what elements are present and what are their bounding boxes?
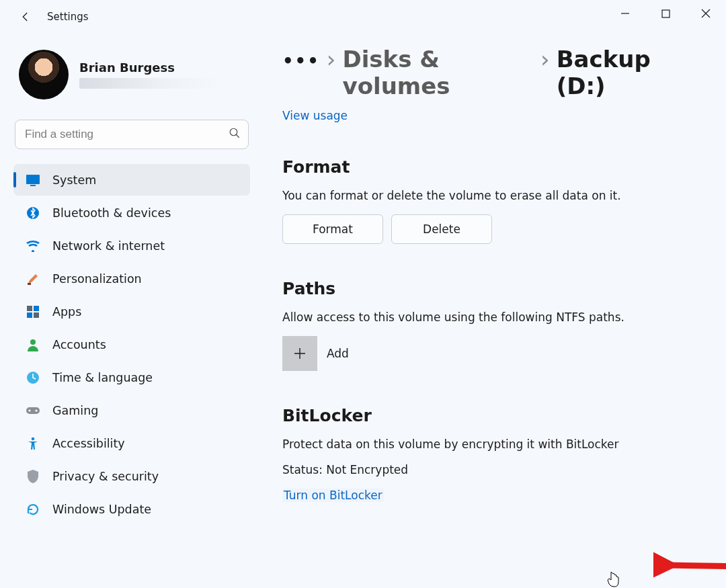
svg-point-15 xyxy=(32,437,35,440)
brush-icon xyxy=(26,271,40,286)
sidebar-item-system[interactable]: System xyxy=(13,164,250,196)
bitlocker-section: BitLocker Protect data on this volume by… xyxy=(282,406,692,502)
sidebar-item-label: Privacy & security xyxy=(52,470,159,483)
chevron-right-icon: › xyxy=(327,46,336,73)
apps-icon xyxy=(26,304,40,319)
svg-point-13 xyxy=(28,409,30,411)
format-section: Format You can format or delete the volu… xyxy=(282,157,692,244)
profile-email-redacted xyxy=(79,78,220,89)
search-icon xyxy=(229,127,241,142)
back-button[interactable] xyxy=(12,3,39,30)
bitlocker-description: Protect data on this volume by encryptin… xyxy=(282,437,692,451)
svg-rect-5 xyxy=(28,283,31,285)
svg-rect-0 xyxy=(662,10,670,17)
minimize-button[interactable] xyxy=(605,0,645,27)
sidebar-item-label: Accounts xyxy=(52,338,106,351)
bitlocker-status: Status: Not Encrypted xyxy=(282,463,692,476)
svg-rect-6 xyxy=(27,306,32,311)
sidebar-item-network[interactable]: Network & internet xyxy=(13,230,250,261)
svg-point-1 xyxy=(230,128,237,136)
sidebar-item-apps[interactable]: Apps xyxy=(13,296,250,327)
profile-name: Brian Burgess xyxy=(79,60,220,75)
sidebar-item-label: Windows Update xyxy=(52,503,151,516)
svg-rect-9 xyxy=(34,312,39,318)
wifi-icon xyxy=(26,239,40,253)
bitlocker-status-value: Not Encrypted xyxy=(326,463,408,476)
window-title: Settings xyxy=(47,11,89,23)
svg-line-16 xyxy=(667,565,726,569)
sidebar-item-label: Network & internet xyxy=(52,239,165,253)
bitlocker-heading: BitLocker xyxy=(282,406,692,425)
content-pane: ••• › Disks & volumes › Backup (D:) View… xyxy=(250,40,713,588)
paths-heading: Paths xyxy=(282,279,692,298)
paths-description: Allow access to this volume using the fo… xyxy=(282,310,692,324)
svg-point-14 xyxy=(35,409,37,411)
clock-icon xyxy=(26,370,40,385)
sidebar-item-update[interactable]: Windows Update xyxy=(13,493,250,525)
view-usage-link[interactable]: View usage xyxy=(282,109,348,122)
format-button[interactable]: Format xyxy=(282,214,383,244)
add-path-button[interactable] xyxy=(282,336,317,371)
bitlocker-status-label: Status: xyxy=(282,463,323,476)
sidebar-item-label: Gaming xyxy=(52,404,98,417)
close-button[interactable] xyxy=(686,0,726,27)
svg-rect-3 xyxy=(30,185,36,186)
svg-rect-8 xyxy=(27,312,32,318)
bluetooth-icon xyxy=(26,206,40,220)
search-box[interactable] xyxy=(15,120,249,149)
sidebar-item-label: System xyxy=(52,173,96,187)
avatar xyxy=(19,50,69,99)
sidebar-item-accessibility[interactable]: Accessibility xyxy=(13,427,250,459)
sidebar-item-gaming[interactable]: Gaming xyxy=(13,394,250,426)
paths-section: Paths Allow access to this volume using … xyxy=(282,279,692,371)
accessibility-icon xyxy=(26,436,40,451)
person-icon xyxy=(26,337,40,352)
breadcrumb-overflow[interactable]: ••• xyxy=(282,51,320,71)
format-description: You can format or delete the volume to e… xyxy=(282,189,692,202)
sidebar: Brian Burgess System xyxy=(13,40,250,588)
sidebar-item-label: Accessibility xyxy=(52,437,125,450)
sidebar-item-label: Apps xyxy=(52,305,81,319)
sidebar-item-label: Time & language xyxy=(52,371,153,384)
sidebar-nav: System Bluetooth & devices Network & int… xyxy=(13,164,250,525)
format-heading: Format xyxy=(282,157,692,177)
turn-on-bitlocker-link[interactable]: Turn on BitLocker xyxy=(282,489,384,502)
shield-icon xyxy=(26,469,40,484)
svg-rect-2 xyxy=(26,175,40,184)
system-icon xyxy=(26,173,40,187)
annotation-arrow xyxy=(653,548,726,582)
pointer-cursor-icon xyxy=(606,571,621,588)
titlebar: Settings xyxy=(0,0,726,34)
gamepad-icon xyxy=(26,403,40,418)
sidebar-item-personalization[interactable]: Personalization xyxy=(13,263,250,294)
search-input[interactable] xyxy=(15,120,249,149)
svg-rect-7 xyxy=(34,306,39,311)
breadcrumb-parent[interactable]: Disks & volumes xyxy=(342,46,534,99)
svg-point-10 xyxy=(30,339,36,345)
sidebar-item-bluetooth[interactable]: Bluetooth & devices xyxy=(13,197,250,228)
sidebar-item-accounts[interactable]: Accounts xyxy=(13,329,250,360)
sidebar-item-label: Personalization xyxy=(52,272,142,286)
chevron-right-icon: › xyxy=(540,46,550,73)
sidebar-item-privacy[interactable]: Privacy & security xyxy=(13,460,250,492)
sidebar-item-label: Bluetooth & devices xyxy=(52,206,171,220)
update-icon xyxy=(26,502,40,517)
sidebar-item-time[interactable]: Time & language xyxy=(13,362,250,393)
delete-button[interactable]: Delete xyxy=(391,214,492,244)
add-path-label: Add xyxy=(327,347,349,360)
breadcrumb-current: Backup (D:) xyxy=(557,46,692,99)
window-controls xyxy=(605,0,726,27)
svg-rect-12 xyxy=(26,407,40,414)
maximize-button[interactable] xyxy=(645,0,686,27)
breadcrumb: ••• › Disks & volumes › Backup (D:) xyxy=(282,46,692,99)
profile[interactable]: Brian Burgess xyxy=(13,40,250,116)
